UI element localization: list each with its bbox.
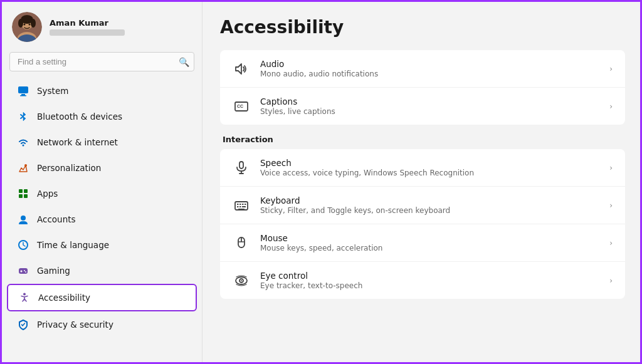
svg-point-18 xyxy=(21,216,26,221)
svg-rect-29 xyxy=(239,162,243,169)
mouse-desc: Mouse keys, speed, acceleration xyxy=(260,244,599,252)
svg-rect-11 xyxy=(21,94,25,95)
sidebar-item-gaming[interactable]: Gaming xyxy=(7,258,197,283)
settings-item-mouse[interactable]: Mouse Mouse keys, speed, acceleration › xyxy=(220,224,625,262)
speech-chevron: › xyxy=(609,164,613,172)
sidebar-item-time-label: Time & language xyxy=(37,240,109,250)
speech-desc: Voice access, voice typing, Windows Spee… xyxy=(260,169,599,177)
svg-point-23 xyxy=(24,270,25,271)
settings-section-interaction: Speech Voice access, voice typing, Windo… xyxy=(220,149,625,299)
svg-rect-38 xyxy=(237,206,239,207)
sidebar-item-bluetooth[interactable]: Bluetooth & devices xyxy=(7,104,197,129)
svg-rect-20 xyxy=(19,268,28,274)
sidebar-item-personalization-label: Personalization xyxy=(37,163,101,173)
svg-rect-42 xyxy=(238,209,245,210)
svg-rect-16 xyxy=(19,194,23,198)
svg-marker-26 xyxy=(236,64,241,74)
mouse-icon xyxy=(233,234,250,252)
keyboard-desc: Sticky, Filter, and Toggle keys, on-scre… xyxy=(260,206,599,215)
captions-chevron: › xyxy=(609,102,613,111)
captions-text: Captions Styles, live captions xyxy=(260,96,599,116)
sidebar-item-gaming-label: Gaming xyxy=(37,266,70,276)
nav-list: System Bluetooth & devices Network & int… xyxy=(2,76,202,364)
system-icon xyxy=(17,85,29,97)
audio-chevron: › xyxy=(609,65,613,73)
eye-control-text: Eye control Eye tracker, text-to-speech xyxy=(260,271,599,290)
sidebar-item-apps-label: Apps xyxy=(37,189,58,199)
captions-desc: Styles, live captions xyxy=(260,107,599,116)
keyboard-icon xyxy=(233,197,250,214)
privacy-icon xyxy=(17,318,29,331)
user-email xyxy=(50,29,125,36)
svg-rect-39 xyxy=(239,206,241,207)
svg-rect-34 xyxy=(237,204,239,205)
eye-control-icon xyxy=(233,272,250,289)
captions-title: Captions xyxy=(260,96,599,107)
svg-point-5 xyxy=(18,19,23,28)
captions-icon: CC xyxy=(233,98,250,115)
mouse-title: Mouse xyxy=(260,233,599,243)
time-icon xyxy=(17,239,29,251)
svg-point-6 xyxy=(31,19,36,28)
eye-control-desc: Eye tracker, text-to-speech xyxy=(260,281,599,290)
apps-icon xyxy=(17,187,29,200)
page-title: Accessibility xyxy=(220,17,625,38)
sidebar-item-accounts-label: Accounts xyxy=(37,214,76,224)
svg-rect-36 xyxy=(242,204,244,205)
sidebar-item-privacy-label: Privacy & security xyxy=(37,320,113,330)
audio-icon xyxy=(233,60,250,78)
sidebar-item-apps[interactable]: Apps xyxy=(7,181,197,206)
keyboard-text: Keyboard Sticky, Filter, and Toggle keys… xyxy=(260,195,599,215)
interaction-section-label: Interaction xyxy=(223,135,625,144)
svg-rect-40 xyxy=(242,206,246,207)
settings-item-keyboard[interactable]: Keyboard Sticky, Filter, and Toggle keys… xyxy=(220,187,625,224)
sidebar-item-network[interactable]: Network & internet xyxy=(7,130,197,155)
user-profile[interactable]: Aman Kumar xyxy=(2,2,202,49)
sidebar-item-accounts[interactable]: Accounts xyxy=(7,207,197,232)
svg-text:CC: CC xyxy=(237,104,243,108)
accounts-icon xyxy=(17,213,29,226)
audio-text: Audio Mono audio, audio notifications xyxy=(260,59,599,78)
settings-item-eye-control[interactable]: Eye control Eye tracker, text-to-speech … xyxy=(220,262,625,299)
svg-point-24 xyxy=(25,271,26,273)
sidebar-item-time[interactable]: Time & language xyxy=(7,232,197,257)
settings-item-audio[interactable]: Audio Mono audio, audio notifications › xyxy=(220,50,625,88)
avatar xyxy=(12,12,42,42)
svg-point-48 xyxy=(241,280,242,281)
keyboard-title: Keyboard xyxy=(260,195,599,205)
user-info: Aman Kumar xyxy=(50,18,125,36)
gaming-icon xyxy=(17,264,29,277)
svg-point-13 xyxy=(24,164,27,167)
sidebar-item-system[interactable]: System xyxy=(7,78,197,103)
sidebar: Aman Kumar 🔍 System Bluetooth & devices … xyxy=(2,2,203,364)
eye-control-title: Eye control xyxy=(260,271,599,281)
speech-icon xyxy=(233,159,250,177)
search-icon: 🔍 xyxy=(179,57,189,67)
sidebar-item-network-label: Network & internet xyxy=(37,137,118,147)
user-name: Aman Kumar xyxy=(50,18,125,28)
svg-rect-10 xyxy=(18,86,28,93)
svg-rect-12 xyxy=(20,95,26,96)
settings-item-speech[interactable]: Speech Voice access, voice typing, Windo… xyxy=(220,149,625,187)
search-input[interactable] xyxy=(9,52,194,71)
svg-rect-17 xyxy=(24,194,28,198)
sidebar-item-bluetooth-label: Bluetooth & devices xyxy=(37,112,122,122)
svg-point-7 xyxy=(24,24,26,26)
keyboard-chevron: › xyxy=(609,201,613,210)
svg-point-8 xyxy=(29,24,31,26)
sidebar-item-privacy[interactable]: Privacy & security xyxy=(7,312,197,337)
speech-title: Speech xyxy=(260,158,599,168)
network-icon xyxy=(17,136,29,148)
main-content: Accessibility Audio Mono audio, audio no… xyxy=(203,2,640,364)
audio-title: Audio xyxy=(260,59,599,69)
mouse-text: Mouse Mouse keys, speed, acceleration xyxy=(260,233,599,252)
sidebar-item-system-label: System xyxy=(37,86,68,96)
settings-section-top: Audio Mono audio, audio notifications › … xyxy=(220,50,625,125)
bluetooth-icon xyxy=(17,110,29,123)
sidebar-item-personalization[interactable]: Personalization xyxy=(7,155,197,180)
settings-item-captions[interactable]: CC Captions Styles, live captions › xyxy=(220,88,625,125)
search-bar[interactable]: 🔍 xyxy=(9,52,194,71)
sidebar-item-accessibility[interactable]: Accessibility xyxy=(7,284,197,311)
svg-rect-15 xyxy=(24,189,28,193)
mouse-chevron: › xyxy=(609,239,613,247)
